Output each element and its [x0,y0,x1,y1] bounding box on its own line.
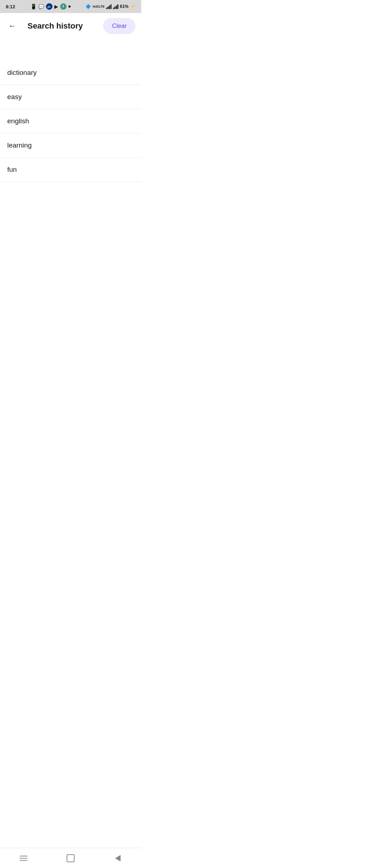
whatsapp-icon: 📱 [30,4,37,9]
list-item[interactable]: english [0,109,141,133]
list-item[interactable]: easy [0,85,141,109]
back-button[interactable]: ← [6,20,19,33]
list-item[interactable]: learning [0,133,141,158]
header-left: ← Search history [6,20,83,33]
status-right: 🔷 VoDLTE 61% ⚡ [85,4,135,9]
header: ← Search history Clear [0,13,141,39]
list-item[interactable]: fun [0,158,141,182]
battery-icon: ⚡ [130,4,135,9]
message-icon: 💬 [38,4,44,9]
jio-icon: jio [46,3,52,10]
battery-percentage: 61% [120,4,129,9]
history-item-text: easy [7,93,22,101]
play-icon: ▶ [54,4,58,9]
history-item-text: fun [7,166,17,173]
dot-icon [68,5,71,8]
status-icons: 📱 💬 jio ▶ ♿ [30,3,71,10]
history-list: dictionaryeasyenglishlearningfun [0,61,141,182]
signal-icon-1 [106,4,112,9]
bluetooth-icon: 🔷 [85,4,91,9]
history-item-text: learning [7,141,32,149]
volte-icon: VoDLTE [92,5,105,8]
history-item-text: english [7,117,29,125]
page-title: Search history [28,21,83,31]
status-time: 8:12 [6,4,15,9]
clear-button[interactable]: Clear [103,18,135,34]
history-item-text: dictionary [7,69,37,76]
back-arrow-icon: ← [8,21,16,31]
accessibility-icon: ♿ [60,3,67,10]
list-item[interactable]: dictionary [0,61,141,85]
status-bar: 8:12 📱 💬 jio ▶ ♿ 🔷 VoDLTE [0,0,141,13]
signal-icon-2 [113,4,118,9]
